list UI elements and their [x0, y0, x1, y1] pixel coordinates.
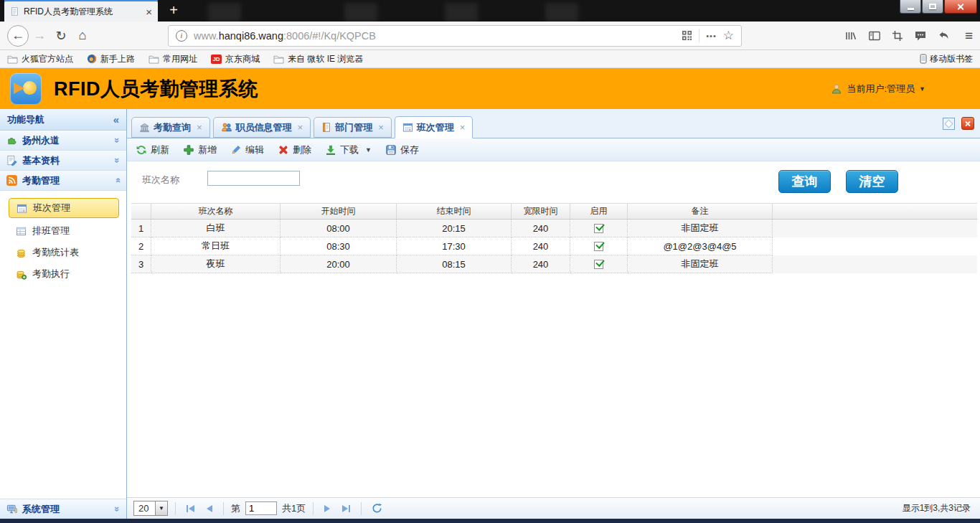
page-favicon-icon — [10, 6, 19, 17]
content-tab[interactable]: 职员信息管理× — [213, 117, 311, 138]
chevron-down-icon[interactable]: ▼ — [156, 501, 168, 516]
column-header[interactable]: 宽限时间 — [512, 204, 570, 219]
library-icon[interactable] — [844, 30, 857, 42]
add-button[interactable]: 新增 — [183, 143, 217, 156]
refresh-button[interactable]: 刷新 — [136, 143, 169, 156]
tab-close-icon[interactable]: × — [298, 122, 303, 133]
window-maximize-button[interactable] — [922, 0, 943, 14]
next-page-button[interactable] — [321, 505, 334, 512]
column-header[interactable]: 结束时间 — [397, 204, 512, 219]
next-page-icon — [324, 505, 330, 512]
content-tab[interactable]: 班次管理× — [395, 116, 473, 138]
sidebar-group[interactable]: 扬州永道» — [0, 131, 126, 151]
bookmark-item[interactable]: 火狐官方站点 — [7, 53, 73, 65]
shift-name-input[interactable] — [207, 171, 300, 186]
table-row[interactable]: 2常日班08:3017:30240@1@2@3@4@5 — [131, 237, 977, 255]
tab-close-icon[interactable]: × — [378, 122, 384, 133]
page-number-input[interactable] — [245, 501, 277, 515]
sidebar: 功能导航 « 扬州永道»基本资料»考勤管理»班次管理排班管理考勤统计表考勤执行 … — [0, 109, 127, 519]
tab-close-icon[interactable]: × — [146, 6, 152, 17]
tab-close-icon[interactable]: × — [460, 122, 466, 133]
sidebar-collapse-icon[interactable]: « — [113, 113, 119, 126]
enabled-checkbox[interactable] — [594, 242, 603, 251]
last-page-icon — [342, 505, 348, 512]
bookmark-item[interactable]: 常用网址 — [149, 53, 197, 65]
computer-icon — [6, 504, 17, 514]
phone-icon — [920, 54, 927, 64]
sidebar-item[interactable]: 考勤执行 — [0, 263, 126, 285]
prev-page-button[interactable] — [203, 505, 216, 512]
pager-divider — [313, 502, 314, 515]
page-size-select[interactable]: 20 ▼ — [133, 501, 168, 516]
sidebar-group-system[interactable]: 系统管理 » — [0, 499, 126, 519]
chevron-double-icon: » — [112, 178, 123, 183]
tab-close-icon[interactable]: × — [197, 122, 202, 133]
column-header[interactable] — [131, 204, 151, 219]
window-minimize-button[interactable] — [900, 0, 921, 14]
home-button[interactable]: ⌂ — [72, 25, 93, 47]
content-tab[interactable]: 考勤查询× — [131, 117, 210, 138]
sidebar-title: 功能导航 — [7, 113, 44, 126]
minimize-icon — [908, 8, 914, 10]
url-text[interactable]: www.hanqi86.wang:8006/#!/Kq/KQPCB — [194, 30, 675, 42]
qr-code-icon[interactable] — [682, 30, 692, 41]
sidebar-item[interactable]: 考勤统计表 — [0, 242, 126, 263]
delete-button[interactable]: 删除 — [278, 143, 311, 156]
bookmark-mobile[interactable]: 移动版书签 — [920, 53, 973, 65]
query-button[interactable]: 查询 — [778, 170, 831, 193]
fullscreen-icon[interactable] — [943, 118, 955, 130]
url-bar[interactable]: i www.hanqi86.wang:8006/#!/Kq/KQPCB ••• … — [168, 25, 742, 47]
coins-icon — [16, 248, 27, 258]
background-window — [445, 3, 478, 22]
clear-button[interactable]: 清空 — [846, 170, 898, 193]
sidebar-group[interactable]: 考勤管理» — [0, 171, 126, 191]
bookmark-item[interactable]: 来自 微软 IE 浏览器 — [273, 53, 363, 65]
chevron-down-icon[interactable]: ▼ — [365, 146, 372, 154]
sidebar-item[interactable]: 排班管理 — [0, 220, 126, 242]
page-actions-icon[interactable]: ••• — [706, 32, 717, 40]
enabled-checkbox[interactable] — [594, 224, 603, 233]
reload-grid-button[interactable] — [372, 503, 382, 514]
save-icon — [385, 144, 397, 156]
bookmark-item[interactable]: 新手上路 — [87, 53, 135, 65]
window-close-button[interactable] — [944, 0, 977, 14]
edit-icon — [230, 144, 242, 156]
undo-icon[interactable] — [938, 30, 950, 41]
table-row[interactable]: 1白班08:0020:15240非固定班 — [131, 220, 977, 237]
column-header[interactable]: 班次名称 — [151, 204, 281, 219]
column-header[interactable]: 备注 — [628, 204, 773, 219]
content-toolbar: 刷新新增编辑删除下载▼保存 — [127, 138, 980, 161]
save-button[interactable]: 保存 — [385, 143, 419, 156]
browser-tab[interactable]: RFID人员考勤管理系统 × — [4, 0, 158, 22]
new-tab-button[interactable]: + — [164, 1, 183, 20]
reload-button[interactable]: ↻ — [50, 25, 72, 47]
column-header[interactable]: 启用 — [570, 204, 628, 219]
screenshot-icon[interactable] — [892, 30, 903, 42]
sidebar-group[interactable]: 基本资料» — [0, 151, 126, 171]
pager-divider — [361, 502, 362, 515]
user-menu[interactable]: 当前用户:管理员 ▼ — [831, 83, 925, 95]
start-time-cell: 08:30 — [281, 237, 397, 255]
forward-button[interactable]: → — [29, 25, 50, 47]
first-page-button[interactable] — [183, 505, 198, 512]
bookmark-star-icon[interactable]: ☆ — [723, 28, 734, 43]
enabled-cell — [570, 220, 628, 237]
download-button[interactable]: 下载▼ — [325, 143, 372, 156]
chat-icon[interactable] — [914, 30, 927, 42]
last-page-button[interactable] — [339, 505, 354, 512]
toolbar-button-label: 编辑 — [245, 143, 264, 156]
edit-button[interactable]: 编辑 — [230, 143, 264, 156]
sidebar-toggle-icon[interactable] — [868, 30, 881, 42]
column-header[interactable]: 开始时间 — [281, 204, 397, 219]
bookmark-item[interactable]: JD京东商城 — [211, 53, 260, 65]
screen: RFID人员考勤管理系统 × + ← → ↻ ⌂ i www.hanqi86.w… — [0, 0, 980, 523]
content-tab[interactable]: 部门管理× — [314, 117, 392, 138]
back-button[interactable]: ← — [7, 25, 29, 47]
sidebar-group-label: 扬州永道 — [22, 134, 60, 147]
table-row[interactable]: 3夜班20:0008:15240非固定班 — [131, 255, 977, 273]
close-tab-button[interactable] — [961, 117, 974, 130]
menu-hamburger-icon[interactable]: ≡ — [965, 28, 973, 44]
enabled-checkbox[interactable] — [594, 260, 603, 269]
sidebar-item[interactable]: 班次管理 — [9, 198, 119, 218]
site-info-icon[interactable]: i — [176, 30, 187, 42]
